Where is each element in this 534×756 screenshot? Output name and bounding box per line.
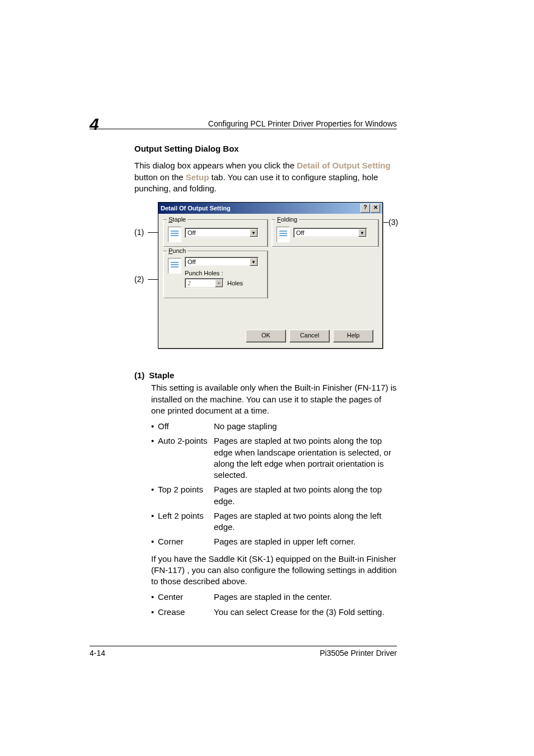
intro-text-1: This dialog box appears when you click t… [134,161,297,170]
item-title: Staple [149,370,174,381]
output-setting-dialog: Detail Of Output Setting ? ✕ SStapletapl… [158,202,383,349]
chapter-number: 4 [90,115,101,134]
folding-preview-icon [277,227,290,242]
option-name: Left 2 points [158,510,214,533]
staple-select[interactable]: Off [185,228,259,238]
staple-legend: SStapletaple [167,215,188,224]
option-row: • Off No page stapling [151,421,397,432]
option-row: • Auto 2-points Pages are stapled at two… [151,435,397,481]
header-rule [90,129,397,129]
dialog-title: Detail Of Output Setting [161,204,231,213]
intro-paragraph: This dialog box appears when you click t… [134,160,397,194]
punch-holes-select[interactable]: 2 [185,278,224,288]
option-desc: Pages are stapled at two points along th… [214,484,397,507]
option-desc: You can select Crease for the (3) Fold s… [214,607,397,618]
option-name: Corner [158,536,214,547]
extra-paragraph: If you have the Saddle Kit (SK-1) equipp… [151,553,397,588]
option-name: Crease [158,607,214,618]
dialog-figure: (1) (2) (3) Detail Of Output Setting ? ✕… [134,202,397,358]
punch-group: PunchPunch Off Punch Holes : 2 Holes [163,251,268,299]
option-row: • Crease You can select Crease for the (… [151,607,397,618]
option-name: Off [158,421,214,432]
ok-button[interactable]: OK [246,330,286,342]
dialog-titlebar: Detail Of Output Setting ? ✕ [158,203,382,214]
callout-3: (3) [388,217,398,228]
item-description: This setting is available only when the … [151,382,397,416]
folding-group: FoldingFolding Off [271,219,379,247]
section-heading: Output Setting Dialog Box [134,143,397,154]
page-header-title: Configuring PCL Printer Driver Propertie… [208,119,397,128]
option-row: • Corner Pages are stapled in upper left… [151,536,397,547]
cancel-button[interactable]: Cancel [289,330,330,342]
punch-holes-label: Punch Holes : [185,269,223,278]
help-button[interactable]: Help [333,330,373,342]
item-number: (1) [134,370,144,381]
option-desc: Pages are stapled at two points along th… [214,435,397,481]
callout-1: (1) [134,227,144,238]
option-row: • Top 2 points Pages are stapled at two … [151,484,397,507]
option-row: • Center Pages are stapled in the center… [151,591,397,603]
dialog-close-button[interactable]: ✕ [371,204,380,213]
punch-legend: PunchPunch [167,247,188,255]
staple-group: SStapletaple Off [163,219,268,247]
folding-legend: FoldingFolding [275,215,299,224]
intro-text-2: button on the [134,172,186,182]
option-desc: No page stapling [214,421,397,432]
option-row: • Left 2 points Pages are stapled at two… [151,510,397,533]
footer-title: Pi3505e Printer Driver [320,649,397,658]
option-name: Center [158,591,214,603]
option-desc: Pages are stapled in upper left corner. [214,536,397,547]
dialog-help-button[interactable]: ? [360,204,370,213]
link-setup: Setup [186,172,209,182]
folding-select[interactable]: Off [293,228,367,238]
staple-preview-icon [168,227,181,242]
option-name: Top 2 points [158,484,214,507]
page-number: 4-14 [90,649,105,658]
punch-select[interactable]: Off [185,257,259,267]
option-desc: Pages are stapled at two points along th… [214,510,397,533]
callout-2: (2) [134,274,144,285]
punch-holes-unit: Holes [227,279,243,288]
punch-preview-icon [168,258,181,274]
link-detail-output: Detail of Output Setting [297,161,390,170]
option-desc: Pages are stapled in the center. [214,591,397,603]
option-name: Auto 2-points [158,435,214,481]
